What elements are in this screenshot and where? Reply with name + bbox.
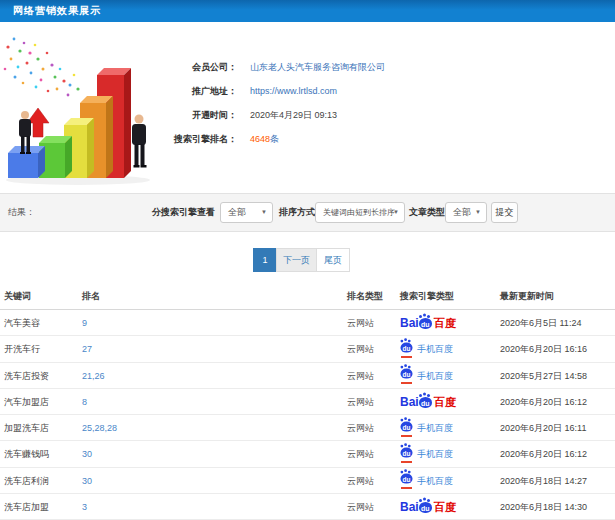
rank-cell[interactable]: 27 — [82, 336, 92, 362]
table-row: 汽车加盟店8云网站Baidu百度2020年6月20日 16:12 — [0, 389, 615, 415]
updated-cell: 2020年6月18日 14:30 — [500, 494, 587, 520]
marketing-report-page: 网络营销效果展示 — [0, 0, 615, 520]
rank-cell[interactable]: 3 — [82, 494, 87, 520]
mobile-baidu-paw-icon: du — [400, 447, 413, 462]
table-row: 加盟洗车店25,28,28云网站du手机百度2020年6月20日 16:11 — [0, 415, 615, 441]
baidu-du-text: du — [419, 319, 432, 330]
info-field-label: 会员公司： — [150, 60, 237, 74]
rank-cell[interactable]: 8 — [82, 389, 87, 415]
baidu-paw-icon: du — [401, 342, 413, 352]
sort-label: 排序方式 — [279, 194, 315, 231]
mobile-baidu-label: 手机百度 — [417, 468, 453, 494]
header-rank-type: 排名类型 — [347, 283, 383, 309]
bar-chart-illustration-graphic — [0, 25, 155, 193]
keyword-cell: 加盟洗车店 — [4, 415, 49, 441]
baidu-du-text: du — [419, 503, 432, 514]
baidu-logo-bai-text: Bai — [400, 494, 419, 520]
keyword-cell: 开洗车行 — [4, 336, 40, 362]
rank-type-cell: 云网站 — [347, 468, 374, 494]
last-page-button[interactable]: 尾页 — [316, 248, 350, 272]
table-row: 开洗车行27云网站du手机百度2020年6月20日 16:16 — [0, 336, 615, 362]
baidu-logo-cn-text: 百度 — [434, 494, 456, 520]
info-field-link[interactable]: https://www.lrtlsd.com — [250, 84, 337, 98]
mobile-baidu-paw-icon: du — [400, 368, 413, 383]
updated-cell: 2020年6月20日 16:12 — [500, 389, 587, 415]
keyword-cell: 洗车店加盟 — [4, 494, 49, 520]
rank-cell[interactable]: 9 — [82, 310, 87, 336]
mobile-baidu-paw-icon: du — [400, 421, 413, 436]
rank-type-cell: 云网站 — [347, 310, 374, 336]
page-title: 网络营销效果展示 — [13, 0, 101, 22]
updated-cell: 2020年6月20日 16:16 — [500, 336, 587, 362]
rank-type-cell: 云网站 — [347, 415, 374, 441]
next-page-button[interactable]: 下一页 — [276, 248, 317, 272]
baidu-du-text: du — [401, 448, 413, 458]
article-type-select[interactable]: 全部 ▼ — [445, 202, 487, 223]
header-updated: 最新更新时间 — [500, 283, 554, 309]
baidu-logo: Baidu百度 — [400, 389, 456, 415]
header-engine-type: 搜索引擎类型 — [400, 283, 454, 309]
baidu-du-text: du — [401, 422, 413, 432]
ranking-table: 关键词 排名 排名类型 搜索引擎类型 最新更新时间 汽车美容9云网站Baidu百… — [0, 283, 615, 520]
mobile-baidu-label: 手机百度 — [417, 415, 453, 441]
updated-cell: 2020年6月18日 14:27 — [500, 468, 587, 494]
rank-cell[interactable]: 25,28,28 — [82, 415, 117, 441]
rank-type-cell: 云网站 — [347, 494, 374, 520]
header-keyword: 关键词 — [4, 283, 31, 309]
mobile-baidu-logo: du手机百度 — [400, 468, 453, 494]
baidu-paw-icon: du — [401, 474, 413, 484]
rank-type-cell: 云网站 — [347, 441, 374, 467]
info-field-row: 推广地址：https://www.lrtlsd.com — [150, 84, 615, 98]
chevron-down-icon: ▼ — [475, 203, 481, 222]
engine-filter-select[interactable]: 全部 ▼ — [220, 202, 273, 223]
keyword-cell: 洗车赚钱吗 — [4, 441, 49, 467]
company-info-list: 会员公司：山东老人头汽车服务咨询有限公司推广地址：https://www.lrt… — [150, 22, 615, 193]
page-1-button[interactable]: 1 — [253, 248, 277, 272]
submit-button[interactable]: 提交 — [491, 202, 518, 223]
info-field-link[interactable]: 山东老人头汽车服务咨询有限公司 — [250, 60, 385, 74]
info-field-row: 开通时间：2020年4月29日 09:13 — [150, 108, 615, 122]
filter-bar: 结果： 分搜索引擎查看 全部 ▼ 排序方式 关键词由短到长排序 ▼ 文章类型 全… — [0, 193, 615, 232]
table-header-row: 关键词 排名 排名类型 搜索引擎类型 最新更新时间 — [0, 283, 615, 310]
top-bar: 网络营销效果展示 — [0, 0, 615, 22]
mobile-baidu-logo: du手机百度 — [400, 363, 453, 389]
rank-type-cell: 云网站 — [347, 336, 374, 362]
sort-select[interactable]: 关键词由短到长排序 ▼ — [315, 202, 405, 223]
rank-type-cell: 云网站 — [347, 363, 374, 389]
baidu-du-text: du — [401, 475, 413, 485]
mobile-baidu-label: 手机百度 — [417, 336, 453, 362]
baidu-logo-cn-text: 百度 — [434, 310, 456, 336]
engine-filter-label: 分搜索引擎查看 — [152, 194, 215, 231]
baidu-logo: Baidu百度 — [400, 310, 456, 336]
rank-count-number: 4648 — [250, 134, 270, 144]
baidu-du-text: du — [401, 343, 413, 353]
table-row: 洗车店投资21,26云网站du手机百度2020年5月27日 14:58 — [0, 363, 615, 389]
mobile-baidu-logo: du手机百度 — [400, 441, 453, 467]
info-field-label: 搜索引擎排名： — [150, 132, 237, 146]
keyword-cell: 汽车美容 — [4, 310, 40, 336]
mobile-baidu-paw-icon: du — [400, 342, 413, 357]
baidu-paw-icon: du — [401, 369, 413, 379]
baidu-logo-bai-text: Bai — [400, 310, 419, 336]
table-row: 汽车美容9云网站Baidu百度2020年6月5日 11:24 — [0, 310, 615, 336]
rank-count-unit: 条 — [270, 134, 279, 144]
rank-cell[interactable]: 30 — [82, 441, 92, 467]
rank-cell[interactable]: 21,26 — [82, 363, 105, 389]
updated-cell: 2020年6月20日 16:12 — [500, 441, 587, 467]
keyword-cell: 汽车加盟店 — [4, 389, 49, 415]
info-section: 会员公司：山东老人头汽车服务咨询有限公司推广地址：https://www.lrt… — [0, 22, 615, 193]
baidu-paw-icon: du — [419, 502, 432, 513]
updated-cell: 2020年5月27日 14:58 — [500, 363, 587, 389]
article-type-label: 文章类型 — [409, 194, 445, 231]
baidu-paw-icon: du — [401, 421, 413, 431]
result-label: 结果： — [8, 194, 35, 231]
info-field-label: 推广地址： — [150, 84, 237, 98]
engine-cell: Baidu百度 — [400, 310, 456, 337]
table-body: 汽车美容9云网站Baidu百度2020年6月5日 11:24开洗车行27云网站d… — [0, 310, 615, 520]
baidu-du-text: du — [401, 370, 413, 380]
baidu-paw-icon: du — [419, 397, 432, 408]
rank-cell[interactable]: 30 — [82, 468, 92, 494]
mobile-baidu-label: 手机百度 — [417, 441, 453, 467]
keyword-cell: 洗车店利润 — [4, 468, 49, 494]
table-row: 洗车赚钱吗30云网站du手机百度2020年6月20日 16:12 — [0, 441, 615, 467]
